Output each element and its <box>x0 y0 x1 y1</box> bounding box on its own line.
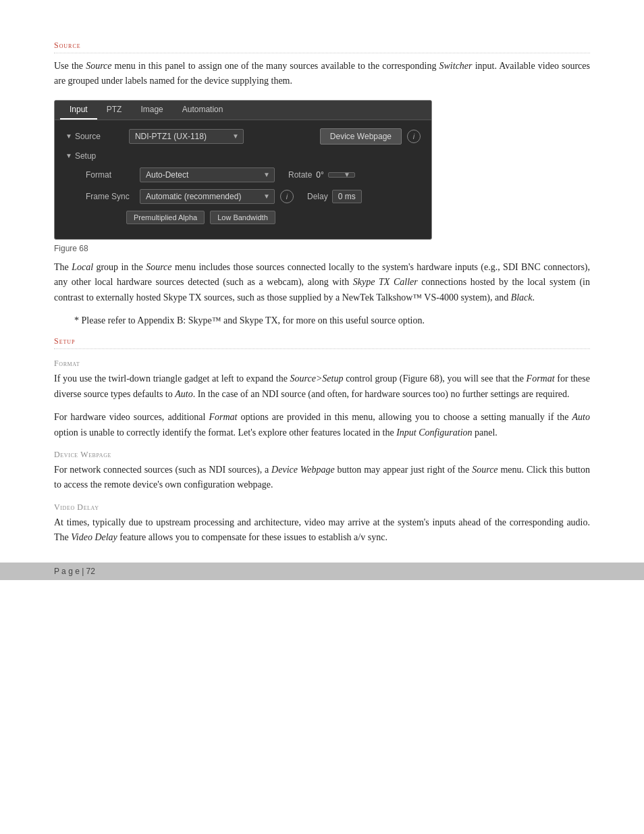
low-bandwidth-button[interactable]: Low Bandwidth <box>210 211 275 224</box>
source-heading: Source <box>54 41 590 53</box>
page-number: P a g e | 72 <box>54 567 95 576</box>
delay-value: 0 ms <box>332 190 362 203</box>
skype-note: * Please refer to Appendix B: Skype™ and… <box>74 313 590 328</box>
tab-input[interactable]: Input <box>60 101 97 120</box>
rotate-dropdown-arrow-icon: ▼ <box>344 171 350 178</box>
info-icon[interactable]: i <box>407 130 421 143</box>
panel-tabs: Input PTZ Image Automation <box>55 101 431 120</box>
framesync-info-icon[interactable]: i <box>280 190 294 203</box>
format-dropdown[interactable]: Auto-Detect ▼ <box>140 167 275 182</box>
framesync-dropdown[interactable]: Automatic (recommended) ▼ <box>140 189 275 204</box>
figure-label: Figure 68 <box>54 244 590 253</box>
device-webpage-subheading: Device Webpage <box>54 450 590 460</box>
setup-triangle-icon: ▼ <box>65 152 72 159</box>
setup-heading: Setup <box>54 336 590 349</box>
page-footer: P a g e | 72 <box>0 563 644 580</box>
source-dropdown[interactable]: NDI-PTZ1 (UX-118) ▼ <box>129 129 244 144</box>
format-dropdown-arrow-icon: ▼ <box>263 171 270 178</box>
source-intro-para: Use the Source menu in this panel to ass… <box>54 59 590 89</box>
premultiplied-alpha-button[interactable]: Premultiplied Alpha <box>126 211 205 224</box>
device-webpage-para: For network connected sources (such as N… <box>54 463 590 493</box>
video-delay-subheading: Video Delay <box>54 502 590 513</box>
format-value: Auto-Detect <box>146 170 188 180</box>
format-para2: For hardware video sources, additional F… <box>54 410 590 440</box>
source-triangle-icon: ▼ <box>65 132 72 140</box>
tab-ptz[interactable]: PTZ <box>97 101 132 120</box>
tab-image[interactable]: Image <box>131 101 172 120</box>
source-row: ▼ Source NDI-PTZ1 (UX-118) ▼ Device Webp… <box>65 128 421 145</box>
source-value: NDI-PTZ1 (UX-118) <box>135 132 207 141</box>
framesync-dropdown-arrow-icon: ▼ <box>263 192 270 200</box>
buttons-row: Premultiplied Alpha Low Bandwidth <box>65 211 421 224</box>
setup-label: Setup <box>75 151 129 161</box>
panel-body: ▼ Source NDI-PTZ1 (UX-118) ▼ Device Webp… <box>55 120 431 239</box>
rotate-dropdown[interactable]: ▼ <box>328 172 355 178</box>
rotate-value: 0° <box>316 170 323 180</box>
framesync-row: Frame Sync Automatic (recommended) ▼ i D… <box>65 189 421 204</box>
device-webpage-button[interactable]: Device Webpage <box>320 128 402 145</box>
source-dropdown-arrow-icon: ▼ <box>232 132 239 140</box>
framesync-label: Frame Sync <box>86 192 140 201</box>
panel-screenshot: Input PTZ Image Automation ▼ Source NDI-… <box>54 100 432 240</box>
delay-label: Delay <box>307 192 328 201</box>
format-row: Format Auto-Detect ▼ Rotate 0° ▼ <box>65 167 421 182</box>
format-para1: If you use the twirl-down triangle gadge… <box>54 371 590 402</box>
framesync-value: Automatic (recommended) <box>146 192 241 201</box>
setup-row: ▼ Setup <box>65 151 421 161</box>
local-group-para: The Local group in the Source menu inclu… <box>54 260 590 305</box>
format-label: Format <box>86 170 140 180</box>
video-delay-para: At times, typically due to upstream proc… <box>54 515 590 546</box>
page-content: Source Use the Source menu in this panel… <box>0 0 644 594</box>
format-subheading: Format <box>54 359 590 369</box>
tab-automation[interactable]: Automation <box>173 101 233 120</box>
rotate-label: Rotate <box>288 170 312 180</box>
source-field-label: Source <box>75 132 129 141</box>
